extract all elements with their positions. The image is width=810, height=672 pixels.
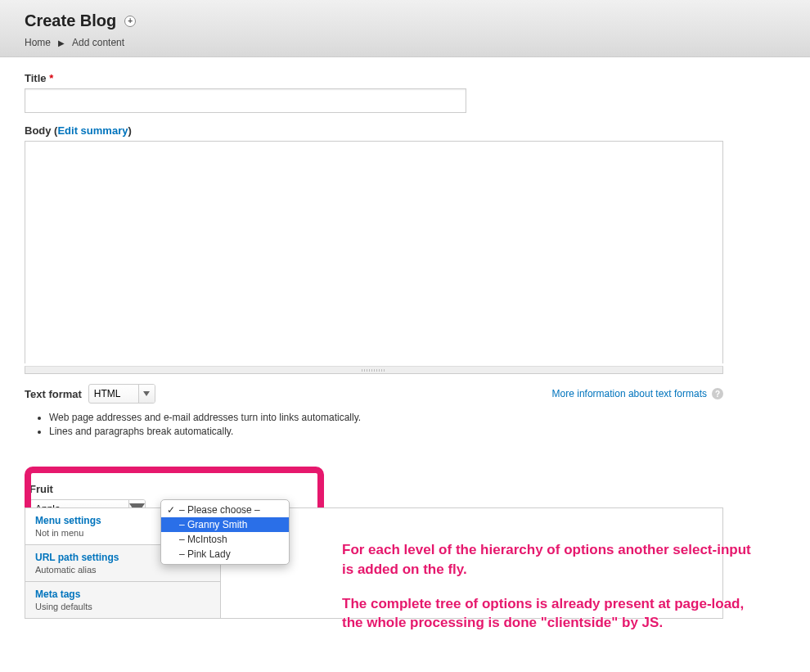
text-format-row: Text format More information about text … (25, 384, 723, 404)
more-info-link[interactable]: More information about text formats (552, 388, 707, 399)
annotation-line: For each level of the hierarchy of optio… (342, 540, 751, 580)
plus-icon[interactable]: + (124, 16, 136, 27)
page-title-text: Create Blog (25, 11, 116, 30)
title-input[interactable] (25, 88, 466, 113)
fruit-option[interactable]: – Pink Lady (161, 547, 289, 562)
text-format-label: Text format (25, 388, 82, 400)
required-marker: * (49, 72, 53, 84)
vtab-title: Meta tags (35, 589, 210, 600)
fruit-level2-select[interactable]: – Please choose – – Granny Smith – McInt… (164, 499, 286, 517)
text-format-value[interactable] (89, 385, 138, 403)
chevron-right-icon: ▶ (58, 38, 65, 47)
vtab-subtitle: Automatic alias (35, 565, 210, 575)
tip-item: Web page addresses and e-mail addresses … (49, 412, 785, 423)
annotation-callout: For each level of the hierarchy of optio… (342, 540, 751, 633)
breadcrumb: Home ▶ Add content (25, 37, 785, 48)
vtab-subtitle: Using defaults (35, 602, 210, 611)
tip-item: Lines and paragraphs break automatically… (49, 426, 785, 437)
fruit-level2-menu[interactable]: – Please choose – – Granny Smith – McInt… (160, 499, 290, 565)
fruit-option[interactable]: – McIntosh (161, 532, 289, 547)
body-label-text: Body (25, 124, 52, 137)
vtab-meta-tags[interactable]: Meta tags Using defaults (25, 582, 220, 618)
text-format-right: More information about text formats ? (552, 388, 723, 399)
fruit-option[interactable]: – Granny Smith (161, 517, 289, 532)
body-textarea[interactable] (25, 141, 723, 363)
breadcrumb-home[interactable]: Home (25, 37, 51, 48)
annotation-line: The complete tree of options is already … (342, 594, 751, 634)
content: Title * Body (Edit summary) Text format … (0, 57, 810, 634)
resize-handle[interactable] (25, 366, 723, 374)
title-label: Title * (25, 72, 785, 84)
text-format-left: Text format (25, 384, 155, 404)
edit-summary-link[interactable]: Edit summary (57, 124, 128, 137)
body-label: Body (Edit summary) (25, 124, 785, 137)
breadcrumb-add-content[interactable]: Add content (72, 37, 124, 48)
text-format-select[interactable] (88, 384, 155, 404)
format-tips: Web page addresses and e-mail addresses … (49, 412, 785, 437)
title-label-text: Title (25, 72, 47, 84)
fruit-label: Fruit (29, 483, 350, 495)
help-icon[interactable]: ? (712, 388, 723, 399)
page-title: Create Blog + (25, 11, 785, 30)
fruit-option[interactable]: – Please choose – (161, 503, 289, 517)
header-bar: Create Blog + Home ▶ Add content (0, 0, 810, 57)
chevron-down-icon[interactable] (138, 385, 155, 403)
